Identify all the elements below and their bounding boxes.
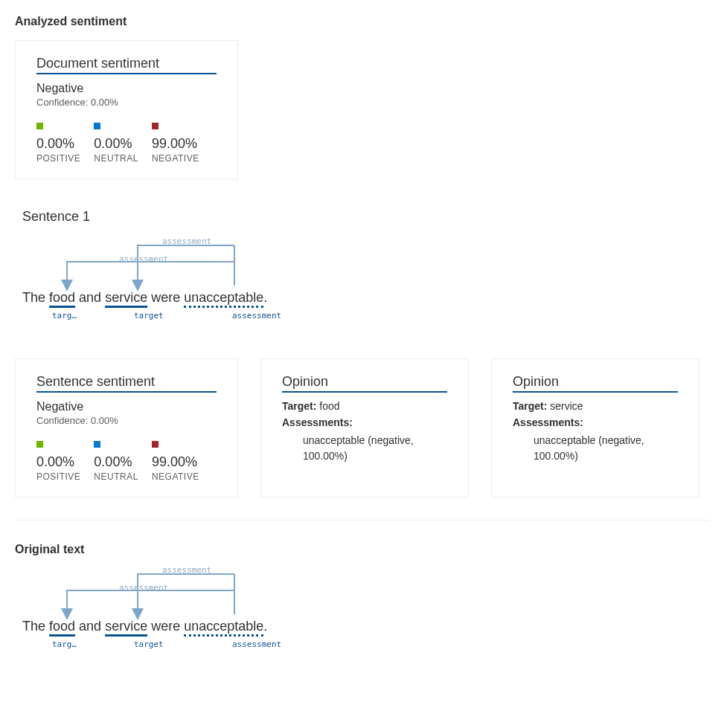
- opinion-2-assess-value: unacceptable (negative, 100.00%): [534, 433, 678, 464]
- opinion-1-assess-value: unacceptable (negative, 100.00%): [303, 433, 447, 464]
- sent-score-neutral: 0.00% NEUTRAL: [94, 441, 138, 482]
- token-period: .: [263, 290, 267, 305]
- document-confidence: Confidence: 0.00%: [36, 97, 217, 108]
- sent-neutral-value: 0.00%: [94, 454, 138, 470]
- score-neutral: 0.00% NEUTRAL: [94, 123, 138, 164]
- token-label-service: target: [134, 311, 164, 320]
- dependency-arrows: [22, 239, 350, 291]
- neutral-swatch-icon: [94, 441, 100, 448]
- sentence-diagram: assessment assessment The food and servi…: [22, 239, 709, 329]
- section-divider: [15, 520, 709, 521]
- positive-swatch-icon: [36, 123, 43, 129]
- original-diagram: assessment assessment The food and servi…: [22, 568, 709, 657]
- sentence-heading: Sentence 1: [22, 209, 709, 225]
- sentence-verdict: Negative: [36, 400, 217, 413]
- token-the: The: [22, 290, 49, 305]
- sent-negative-value: 99.00%: [152, 454, 199, 470]
- token-were: were: [147, 290, 184, 305]
- token-and-b: and: [75, 619, 105, 634]
- token-period-b: .: [263, 619, 267, 634]
- positive-swatch-icon: [36, 441, 43, 448]
- arrow-label-1: assessment: [162, 236, 211, 246]
- sentence-sentiment-title: Sentence sentiment: [36, 374, 217, 393]
- negative-swatch-icon: [152, 441, 158, 448]
- token-unacceptable: unacceptable: [184, 290, 263, 308]
- token-and: and: [75, 290, 105, 305]
- section-title-analyzed: Analyzed sentiment: [15, 15, 709, 28]
- token-unacceptable-b: unacceptable: [184, 619, 263, 637]
- neutral-swatch-icon: [94, 123, 100, 129]
- token-label-food-b: targ…: [52, 640, 77, 649]
- token-label-food: targ…: [52, 311, 77, 320]
- document-verdict: Negative: [36, 82, 217, 95]
- sentence-scores: 0.00% POSITIVE 0.00% NEUTRAL 99.00% NEGA…: [36, 441, 217, 482]
- token-service: service: [105, 290, 147, 308]
- opinion-1-title: Opinion: [282, 374, 447, 393]
- opinion-card-2: Opinion Target: service Assessments: una…: [491, 358, 699, 497]
- token-food-b: food: [49, 619, 75, 637]
- sent-score-negative: 99.00% NEGATIVE: [152, 441, 199, 482]
- original-sentence-text: The food and service were unacceptable.: [22, 619, 267, 634]
- opinion-2-assess-label: Assessments:: [513, 416, 678, 428]
- token-service-b: service: [105, 619, 147, 637]
- neutral-value: 0.00%: [94, 136, 138, 152]
- document-sentiment-title: Document sentiment: [36, 56, 217, 74]
- arrow-label-2: assessment: [119, 254, 168, 264]
- sent-neutral-label: NEUTRAL: [94, 471, 138, 482]
- arrow-label-1b: assessment: [162, 565, 211, 575]
- sent-positive-label: POSITIVE: [36, 471, 80, 482]
- negative-label: NEGATIVE: [152, 153, 199, 164]
- sentence-cards-row: Sentence sentiment Negative Confidence: …: [15, 358, 709, 497]
- token-food: food: [49, 290, 75, 308]
- token-were-b: were: [147, 619, 184, 634]
- opinion-card-1: Opinion Target: food Assessments: unacce…: [260, 358, 469, 497]
- neutral-label: NEUTRAL: [94, 153, 138, 164]
- dependency-arrows-2: [22, 568, 350, 620]
- arrow-label-2b: assessment: [119, 583, 168, 593]
- sent-score-positive: 0.00% POSITIVE: [36, 441, 80, 482]
- sentence-sentiment-card: Sentence sentiment Negative Confidence: …: [15, 358, 238, 497]
- positive-value: 0.00%: [36, 136, 80, 152]
- positive-label: POSITIVE: [36, 153, 80, 164]
- sent-positive-value: 0.00%: [36, 454, 80, 470]
- document-sentiment-card: Document sentiment Negative Confidence: …: [15, 40, 238, 179]
- opinion-1-target: Target: food: [282, 400, 447, 412]
- token-label-service-b: target: [134, 640, 164, 649]
- sent-negative-label: NEGATIVE: [152, 471, 199, 482]
- token-the-b: The: [22, 619, 49, 634]
- sentence-confidence: Confidence: 0.00%: [36, 415, 217, 426]
- token-label-assessment-b: assessment: [232, 640, 281, 649]
- score-positive: 0.00% POSITIVE: [36, 123, 80, 164]
- negative-value: 99.00%: [152, 136, 199, 152]
- token-label-assessment: assessment: [232, 311, 281, 320]
- opinion-1-assess-label: Assessments:: [282, 416, 447, 428]
- section-title-original: Original text: [15, 543, 709, 556]
- opinion-2-target: Target: service: [513, 400, 678, 412]
- sentence-text: The food and service were unacceptable.: [22, 290, 267, 306]
- document-scores: 0.00% POSITIVE 0.00% NEUTRAL 99.00% NEGA…: [36, 123, 217, 164]
- negative-swatch-icon: [152, 123, 158, 129]
- score-negative: 99.00% NEGATIVE: [152, 123, 199, 164]
- opinion-2-title: Opinion: [513, 374, 678, 393]
